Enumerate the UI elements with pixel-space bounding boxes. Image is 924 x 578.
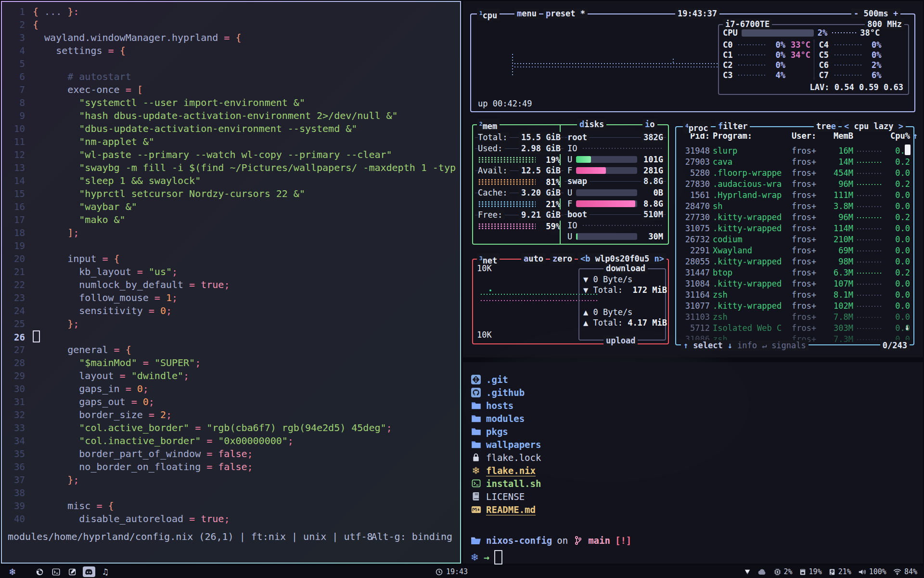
signals-button[interactable]: signals bbox=[771, 340, 806, 351]
vpn-tray-icon[interactable] bbox=[744, 568, 751, 575]
cpu-panel-title[interactable]: 1cpu bbox=[477, 8, 500, 21]
disk-usage-bar bbox=[576, 167, 637, 174]
wifi-stat[interactable]: 84% bbox=[893, 567, 917, 576]
line-number: 8 bbox=[6, 96, 25, 109]
disk-bar-row: U101G bbox=[567, 154, 663, 165]
proc-row[interactable]: 31447btopfros+6.3M0.2 bbox=[676, 267, 911, 278]
memory-stat[interactable]: 19% bbox=[799, 567, 822, 576]
markdown-icon bbox=[471, 504, 481, 515]
core-name: C3 bbox=[723, 70, 734, 80]
select-button[interactable]: select bbox=[693, 340, 722, 351]
proc-tree-button[interactable]: tree bbox=[814, 121, 838, 131]
cloud-tray-icon[interactable] bbox=[757, 569, 767, 575]
code-token: ; bbox=[195, 357, 201, 368]
core-name: C2 bbox=[723, 60, 734, 70]
proc-row[interactable]: 1561.Hyprland-wrapfros+111M0.0 bbox=[676, 190, 911, 201]
proc-row[interactable]: 31075.kitty-wrappedfros+114M0.0 bbox=[676, 223, 911, 234]
volume-icon bbox=[858, 568, 866, 576]
code-token: ; bbox=[73, 318, 79, 329]
mem-stat-value: 15.5 GiB bbox=[519, 132, 561, 143]
net-zero-button[interactable]: zero bbox=[550, 253, 575, 264]
shell-prompt-input-line[interactable]: ❄ → bbox=[471, 550, 502, 565]
cpu-graph-line bbox=[513, 63, 718, 65]
proc-row[interactable]: 27830.audacious-wrafros+96M0.2 bbox=[676, 179, 911, 190]
proc-row[interactable]: 27730.kitty-wrappedfros+96M0.2 bbox=[676, 212, 911, 223]
code-token: true bbox=[201, 279, 224, 290]
terminal-window[interactable]: .git.githubhostsmodulespkgswallpapersfla… bbox=[463, 362, 923, 564]
code-token: misc bbox=[33, 500, 90, 512]
line-number: 32 bbox=[6, 408, 25, 421]
proc-row[interactable]: 5280.floorp-wrappefros+454M0.0 bbox=[676, 168, 911, 179]
net-auto-button[interactable]: auto bbox=[521, 253, 546, 264]
proc-row[interactable]: 5712Isolated Web Cfros+303M0.0 bbox=[676, 323, 911, 334]
proc-scrollbar-thumb[interactable] bbox=[905, 144, 911, 155]
net-interface-switcher[interactable]: <b wlp0s20f0u5 n> bbox=[578, 253, 667, 264]
proc-panel-title[interactable]: 4proc bbox=[683, 121, 711, 133]
mem-panel-title[interactable]: 2mem bbox=[477, 119, 500, 131]
proc-cpu: 0.0 bbox=[886, 278, 910, 289]
code-token: true bbox=[201, 513, 224, 525]
proc-row[interactable]: 31084.kitty-wrappedfros+107M0.0 bbox=[676, 278, 911, 289]
nixos-menu-icon[interactable]: ❄ bbox=[9, 567, 16, 577]
sort-direction-arrow[interactable]: ↑ bbox=[913, 131, 922, 142]
disk-io-label: IO bbox=[567, 144, 577, 153]
code-token: "$mainMod" bbox=[33, 357, 137, 368]
btop-mem-panel: 2mem disks io Total:15.5 GiBUsed:2.98 Gi… bbox=[472, 124, 669, 245]
proc-row[interactable]: 31948slurpfros+16M0.0 bbox=[676, 145, 911, 157]
proc-row[interactable]: 28470shfros+3.8M0.0 bbox=[676, 201, 911, 212]
code-token: "dbus-update-activation-environment --sy… bbox=[33, 123, 357, 134]
mem-stat-label: Avail: bbox=[478, 166, 510, 175]
editor-window[interactable]: 1{ ... }:2{3 wayland.windowManager.hyprl… bbox=[2, 2, 460, 563]
disk-stat[interactable]: 21% bbox=[829, 567, 851, 576]
music-player-icon[interactable]: ♫ bbox=[99, 566, 112, 577]
line-number: 17 bbox=[6, 213, 25, 226]
proc-row[interactable]: 31077.kitty-wrappedfros+102M0.0 bbox=[676, 301, 911, 312]
cpu-core-row: C20% bbox=[723, 60, 814, 70]
proc-filter-button[interactable]: filter bbox=[716, 121, 750, 131]
proc-row[interactable]: 31164zshfros+8.1M0.0 bbox=[676, 289, 911, 301]
line-number: 26 bbox=[6, 331, 25, 344]
proc-row[interactable]: 28055.kitty-wrappedfros+98M0.0 bbox=[676, 256, 911, 267]
interval-plus-button[interactable]: + bbox=[893, 9, 898, 18]
proc-mem: 96M bbox=[826, 212, 853, 223]
info-button[interactable]: info bbox=[737, 340, 757, 351]
proc-program: Isolated Web C bbox=[713, 323, 789, 334]
disk-bar-value: 30M bbox=[641, 232, 663, 241]
prompt-git-branch: main bbox=[588, 535, 610, 546]
proc-program: .kitty-wrapped bbox=[713, 301, 789, 312]
volume-stat[interactable]: 100% bbox=[858, 567, 886, 576]
net-scale-bottom: 10K bbox=[477, 330, 492, 340]
menu-button[interactable]: menu bbox=[514, 8, 539, 19]
terminal-app-icon[interactable] bbox=[50, 566, 63, 577]
cpu-total-temp: 38°C bbox=[860, 28, 880, 38]
proc-sort-control[interactable]: < cpu lazy > bbox=[842, 121, 906, 131]
notes-app-icon[interactable] bbox=[66, 566, 79, 577]
code-token: { bbox=[33, 6, 38, 17]
proc-row[interactable]: 27903cavafros+14M0.2 bbox=[676, 157, 911, 168]
sort-prev-button[interactable]: < bbox=[844, 121, 849, 131]
proc-row[interactable]: 2291Xwaylandfros+69M0.0 bbox=[676, 245, 911, 256]
proc-program: btop bbox=[713, 267, 789, 278]
preset-button[interactable]: preset * bbox=[543, 8, 588, 19]
io-toggle[interactable]: io bbox=[642, 119, 657, 130]
nix-icon: ❄ bbox=[471, 465, 481, 476]
core-name: C4 bbox=[819, 40, 831, 50]
proc-row[interactable]: 26732codiumfros+210M0.0 bbox=[676, 234, 911, 245]
sort-next-button[interactable]: > bbox=[898, 121, 903, 131]
code-token: 0 bbox=[143, 396, 149, 407]
cpu-stat[interactable]: 2% bbox=[774, 567, 793, 576]
clock-readout: 19:43:37 bbox=[675, 8, 719, 19]
btop-window[interactable]: 1cpu menu preset * 19:43:37 - 500ms + i7… bbox=[463, 1, 923, 357]
disks-toggle[interactable]: disks bbox=[577, 119, 606, 130]
core-name: C1 bbox=[723, 50, 734, 60]
code-token: 1 bbox=[166, 292, 172, 303]
prompt-directory: nixos-config bbox=[486, 535, 552, 546]
update-interval-control[interactable]: - 500ms + bbox=[851, 8, 900, 19]
file-name: hosts bbox=[486, 400, 513, 411]
interval-minus-button[interactable]: - bbox=[854, 9, 859, 18]
proc-row[interactable]: 31103zshfros+7.8M0.0 bbox=[676, 312, 911, 323]
discord-icon[interactable] bbox=[83, 566, 95, 577]
browser-icon[interactable] bbox=[34, 566, 46, 577]
proc-mem: 210M bbox=[826, 234, 853, 245]
proc-program: codium bbox=[713, 234, 789, 245]
